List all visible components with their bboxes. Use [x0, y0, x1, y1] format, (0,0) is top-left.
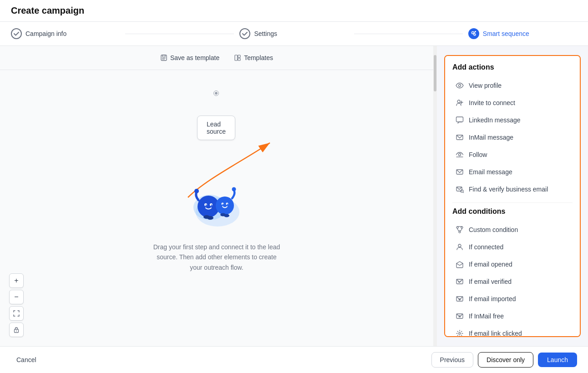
svg-point-33	[459, 85, 461, 87]
inmail-icon	[455, 133, 464, 142]
svg-rect-10	[238, 55, 240, 58]
step-label-settings: Settings	[254, 30, 277, 37]
condition-if-email-imported[interactable]: If email imported	[452, 290, 573, 307]
empty-illustration	[185, 180, 248, 235]
templates-button[interactable]: Templates	[230, 52, 277, 63]
footer: Cancel Previous Discover only Launch	[0, 346, 588, 373]
svg-rect-35	[456, 117, 463, 122]
step-icon-campaign-info	[11, 28, 22, 39]
action-email-message-label: Email message	[469, 168, 512, 176]
step-smart-sequence: Smart sequence	[468, 28, 577, 39]
envelope-star-icon	[455, 312, 464, 321]
person-plus-icon	[455, 98, 464, 107]
envelope-check-icon	[455, 277, 464, 286]
zoom-controls: + −	[9, 273, 24, 337]
step-label-smart-sequence: Smart sequence	[483, 30, 529, 37]
condition-if-email-opened[interactable]: If email opened	[452, 256, 573, 273]
save-template-icon	[160, 54, 167, 61]
scrollbar-track[interactable]	[433, 46, 437, 346]
save-as-template-button[interactable]: Save as template	[157, 52, 223, 63]
condition-if-connected-label: If connected	[469, 243, 503, 251]
condition-if-email-verified[interactable]: If email verified	[452, 273, 573, 290]
follow-icon	[455, 150, 464, 159]
actions-panel: Add actions View profile Invite to conne…	[444, 55, 581, 337]
footer-left: Cancel	[11, 353, 42, 367]
stepper: Campaign info Settings Smart sequence	[0, 22, 588, 46]
action-invite-connect[interactable]: Invite to connect	[452, 94, 573, 111]
svg-point-34	[457, 100, 460, 103]
canvas-body: Lead source	[0, 70, 433, 346]
action-inmail-message-label: InMail message	[469, 134, 513, 141]
lock-icon	[13, 327, 20, 333]
person-icon	[455, 242, 464, 252]
main-content: Save as template Templates Lead source	[0, 46, 588, 346]
svg-point-26	[232, 187, 236, 191]
find-verify-icon	[455, 185, 464, 194]
step-icon-settings	[239, 28, 250, 39]
fit-view-button[interactable]	[9, 306, 24, 321]
svg-line-42	[463, 192, 463, 192]
condition-if-email-link-clicked[interactable]: If email link clicked	[452, 325, 573, 337]
canvas-toolbar: Save as template Templates	[0, 46, 433, 70]
svg-point-21	[216, 197, 234, 215]
condition-if-email-verified-label: If email verified	[469, 278, 512, 285]
empty-state-text: Drag your first step and connect it to t…	[153, 242, 280, 272]
envelope-down-icon	[455, 294, 464, 303]
action-linkedin-message[interactable]: LinkedIn message	[452, 111, 573, 129]
svg-rect-9	[235, 55, 238, 60]
email-message-icon	[455, 167, 464, 176]
action-linkedin-message-label: LinkedIn message	[469, 116, 521, 124]
svg-rect-6	[162, 55, 165, 57]
svg-marker-52	[459, 315, 461, 317]
discover-only-button[interactable]: Discover only	[478, 352, 533, 368]
svg-point-24	[223, 204, 223, 205]
svg-point-19	[211, 204, 213, 206]
actions-list: View profile Invite to connect LinkedIn …	[452, 77, 573, 198]
empty-state: Drag your first step and connect it to t…	[153, 180, 280, 272]
condition-custom-label: Custom condition	[469, 226, 518, 233]
svg-point-45	[459, 231, 461, 233]
action-follow[interactable]: Follow	[452, 146, 573, 163]
svg-point-37	[459, 154, 461, 156]
footer-right: Previous Discover only Launch	[431, 352, 577, 368]
fit-view-icon	[13, 310, 20, 317]
page-title: Create campaign	[11, 5, 577, 16]
condition-if-connected[interactable]: If connected	[452, 238, 573, 256]
svg-point-48	[458, 244, 461, 247]
action-invite-connect-label: Invite to connect	[469, 99, 515, 106]
step-label-campaign-info: Campaign info	[25, 30, 66, 37]
zoom-out-button[interactable]: −	[9, 290, 24, 304]
svg-point-32	[16, 331, 17, 332]
action-view-profile[interactable]: View profile	[452, 77, 573, 94]
svg-point-25	[227, 204, 228, 205]
add-conditions-title: Add conditions	[452, 207, 573, 216]
action-inmail-message[interactable]: InMail message	[452, 129, 573, 146]
scrollbar-thumb	[434, 55, 436, 91]
step-campaign-info: Campaign info	[11, 28, 120, 39]
templates-icon	[234, 54, 241, 61]
action-find-verify-email[interactable]: Find & verify business email	[452, 181, 573, 198]
svg-point-20	[194, 189, 199, 193]
lock-view-button[interactable]	[9, 323, 24, 337]
previous-button[interactable]: Previous	[431, 352, 473, 368]
condition-if-inmail-free-label: If InMail free	[469, 313, 504, 320]
condition-if-email-imported-label: If email imported	[469, 295, 516, 302]
action-email-message[interactable]: Email message	[452, 163, 573, 181]
cancel-button[interactable]: Cancel	[11, 353, 42, 367]
condition-custom[interactable]: Custom condition	[452, 221, 573, 238]
lead-source-connector	[214, 91, 218, 96]
condition-if-email-link-clicked-label: If email link clicked	[469, 330, 522, 337]
chat-icon	[455, 116, 464, 125]
canvas-area: Save as template Templates Lead source	[0, 46, 433, 346]
step-icon-smart-sequence	[468, 28, 479, 39]
zoom-in-button[interactable]: +	[9, 273, 24, 288]
launch-button[interactable]: Launch	[538, 353, 577, 367]
action-find-verify-label: Find & verify business email	[469, 186, 548, 193]
lead-source-node[interactable]: Lead source	[197, 116, 235, 140]
step-settings: Settings	[239, 28, 348, 39]
condition-if-email-opened-label: If email opened	[469, 261, 512, 268]
svg-point-18	[206, 204, 207, 206]
sparkle-icon	[455, 329, 464, 337]
conditions-list: Custom condition If connected If email o…	[452, 221, 573, 337]
condition-if-inmail-free[interactable]: If InMail free	[452, 307, 573, 325]
